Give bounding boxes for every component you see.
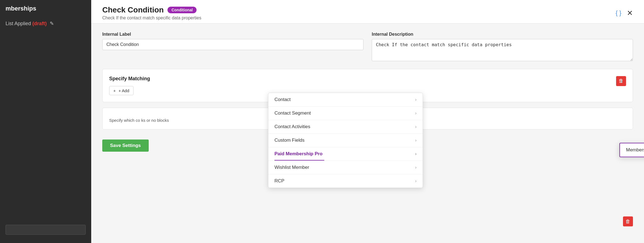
close-button[interactable]: ✕ <box>627 9 633 17</box>
chevron-right-icon: › <box>415 124 417 129</box>
internal-label-input[interactable] <box>102 39 363 50</box>
modal-title: Check Condition <box>102 6 164 14</box>
bottom-delete-button[interactable]: 🗑 <box>623 216 633 226</box>
save-settings-button[interactable]: Save Settings <box>102 139 149 152</box>
internal-description-textarea[interactable]: Check If the contact match specific data… <box>372 39 633 61</box>
bottom-delete-area: 🗑 <box>623 216 633 226</box>
internal-label-label: Internal Label <box>102 32 363 37</box>
modal-title-row: Check Condition Conditional <box>102 6 201 14</box>
internal-description-group: Internal Description Check If the contac… <box>372 32 633 62</box>
modal-subtitle: Check If the contact match specific data… <box>102 15 201 20</box>
label-description-row: Internal Label Internal Description Chec… <box>102 32 633 62</box>
specify-matching-title: Specify Matching <box>109 76 150 82</box>
trash-icon: 🗑 <box>619 78 624 84</box>
chevron-right-icon: › <box>415 151 417 156</box>
chevron-right-icon: › <box>415 97 417 102</box>
dropdown-menu: Contact › Contact Segment › Contact Acti… <box>268 93 423 188</box>
plus-icon: + <box>113 88 116 93</box>
submenu-membership-level: Membership Level <box>619 143 644 157</box>
internal-label-group: Internal Label <box>102 32 363 62</box>
code-icon[interactable]: { } <box>616 9 621 17</box>
section-description: Specify which co ks or no blocks <box>109 118 169 123</box>
chevron-right-icon: › <box>415 179 417 183</box>
chevron-right-icon: › <box>415 138 417 143</box>
sidebar: mberships List Applied (draft) ✎ <box>0 0 91 243</box>
dropdown-item-contact-segment[interactable]: Contact Segment › <box>268 107 423 120</box>
bottom-trash-icon: 🗑 <box>625 219 630 224</box>
sidebar-label: List Applied (draft) ✎ <box>0 17 91 30</box>
chevron-right-icon: › <box>415 165 417 170</box>
main-panel: Check Condition Conditional Check If the… <box>91 0 644 243</box>
sidebar-search-input[interactable] <box>6 225 86 235</box>
submenu-item-membership-level[interactable]: Membership Level <box>619 143 644 157</box>
dropdown-item-paid-membership-pro[interactable]: Paid Membership Pro › <box>268 147 423 161</box>
add-button[interactable]: + + Add <box>109 86 133 95</box>
delete-row-button[interactable]: 🗑 <box>616 76 626 86</box>
modal-header: Check Condition Conditional Check If the… <box>91 0 644 24</box>
sidebar-title: mberships <box>0 0 91 17</box>
dropdown-item-wishlist-member[interactable]: Wishlist Member › <box>268 161 423 174</box>
dropdown-item-custom-fields[interactable]: Custom Fields › <box>268 134 423 147</box>
chevron-right-icon: › <box>415 111 417 116</box>
internal-description-label: Internal Description <box>372 32 633 37</box>
modal-header-actions: { } ✕ <box>616 9 633 17</box>
sidebar-search-area <box>0 222 91 237</box>
dropdown-item-contact-activities[interactable]: Contact Activities › <box>268 120 423 134</box>
conditional-badge: Conditional <box>167 7 197 13</box>
dropdown-item-rcp[interactable]: RCP › <box>268 174 423 188</box>
dropdown-item-contact[interactable]: Contact › <box>268 93 423 107</box>
